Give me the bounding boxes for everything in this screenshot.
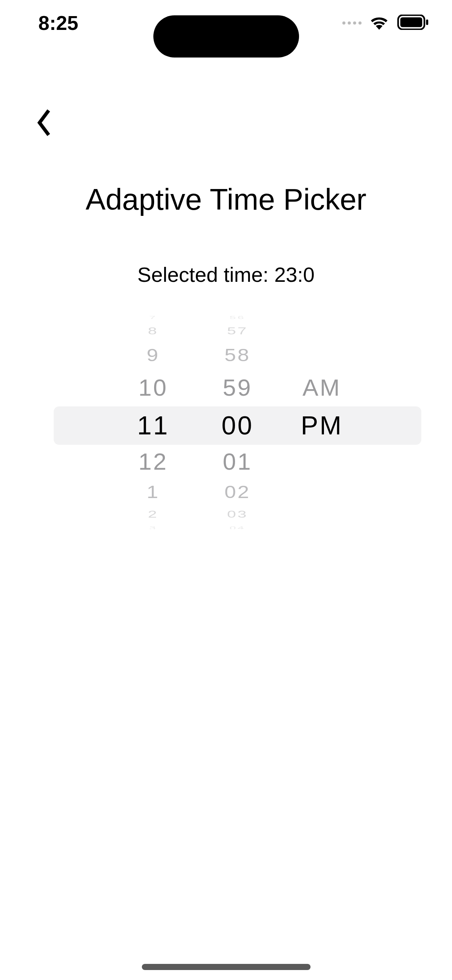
selected-time-label: Selected time: 23:0	[0, 263, 452, 286]
hour-option: 9	[111, 345, 196, 365]
dynamic-island	[153, 15, 299, 58]
minute-option: 59	[196, 374, 280, 401]
status-time: 8:25	[38, 12, 78, 35]
hour-option: 2	[111, 509, 196, 520]
svg-rect-2	[426, 20, 428, 25]
minute-option: 03	[196, 509, 280, 520]
hour-picker-column[interactable]: 7 8 9 10 11 12 1 2 3	[111, 314, 196, 529]
page-title: Adaptive Time Picker	[0, 182, 452, 217]
status-indicators	[342, 15, 429, 31]
minute-option-selected: 00	[196, 410, 280, 440]
minute-option: 56	[196, 316, 280, 320]
chevron-left-icon	[36, 107, 52, 138]
svg-rect-1	[400, 17, 422, 27]
cellular-dots-icon	[342, 21, 362, 25]
time-picker: 7 8 9 10 11 12 1 2 3 56 57 58 59 00 01 0…	[54, 314, 421, 529]
hour-option: 7	[111, 316, 196, 320]
minute-option: 02	[196, 482, 280, 502]
minute-option: 58	[196, 345, 280, 365]
home-indicator[interactable]	[142, 964, 311, 970]
period-option-selected: PM	[280, 410, 364, 440]
minute-option: 01	[196, 448, 280, 475]
hour-option: 3	[111, 526, 196, 529]
hour-option: 1	[111, 482, 196, 502]
battery-icon	[397, 15, 429, 31]
hour-option: 10	[111, 374, 196, 401]
minute-option: 04	[196, 526, 280, 529]
hour-option: 8	[111, 326, 196, 337]
period-picker-column[interactable]: AM PM	[280, 314, 364, 529]
period-option: AM	[280, 374, 364, 401]
back-button[interactable]	[33, 104, 56, 142]
hour-option: 12	[111, 448, 196, 475]
wifi-icon	[369, 15, 389, 31]
minute-option: 57	[196, 326, 280, 337]
minute-picker-column[interactable]: 56 57 58 59 00 01 02 03 04	[196, 314, 280, 529]
hour-option-selected: 11	[111, 410, 196, 440]
